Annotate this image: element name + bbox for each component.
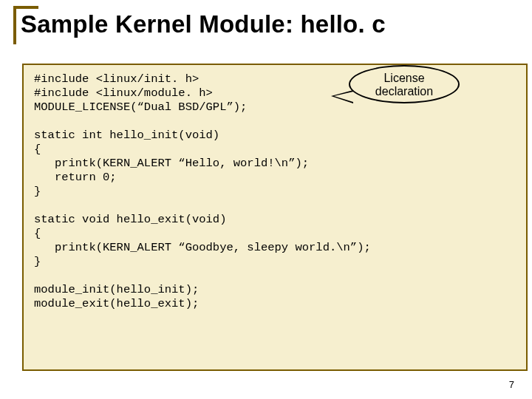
code-line: { [34, 143, 41, 156]
code-line: MODULE_LICENSE(“Dual BSD/GPL”); [34, 100, 247, 114]
callout-line1: License [383, 72, 424, 84]
code-line: } [34, 185, 41, 198]
code-line: return 0; [34, 171, 117, 184]
license-callout: License declaration [327, 65, 467, 108]
code-panel-body: #include <linux/init. h> #include <linux… [22, 64, 528, 371]
callout-bubble: License declaration [349, 65, 460, 103]
callout-text: License declaration [350, 72, 458, 98]
page-number: 7 [509, 379, 514, 390]
code-listing: #include <linux/init. h> #include <linux… [34, 72, 516, 311]
code-line: printk(KERN_ALERT “Goodbye, sleepy world… [34, 241, 371, 254]
page-title: Sample Kernel Module: hello. c [21, 10, 386, 38]
title-rule-horizontal [13, 6, 38, 9]
code-line: printk(KERN_ALERT “Hello, world!\n”); [34, 157, 309, 170]
callout-line2: declaration [375, 85, 433, 98]
code-line: { [34, 227, 41, 240]
title-rule-vertical [13, 6, 16, 44]
code-line: static void hello_exit(void) [34, 213, 226, 226]
code-line: module_init(hello_init); [34, 283, 199, 296]
code-line: module_exit(hello_exit); [34, 297, 199, 310]
code-line: #include <linux/module. h> [34, 86, 213, 100]
slide: Sample Kernel Module: hello. c #include … [0, 0, 532, 399]
code-line: #include <linux/init. h> [34, 72, 199, 86]
code-line: } [34, 255, 41, 268]
code-panel: #include <linux/init. h> #include <linux… [22, 64, 510, 359]
code-line: static int hello_init(void) [34, 129, 219, 142]
